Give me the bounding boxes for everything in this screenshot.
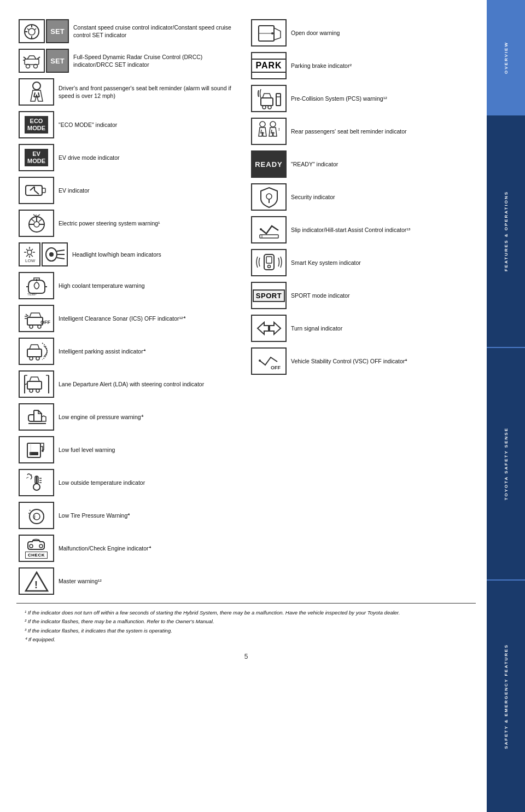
list-item: PARK Parking brake indicator² bbox=[249, 49, 476, 82]
svg-line-32 bbox=[57, 250, 65, 251]
indicator-text: High coolant temperature warning bbox=[59, 282, 145, 289]
indicator-text: Master warning¹² bbox=[59, 577, 102, 585]
indicator-text: Low Tire Pressure Warning⁴ bbox=[59, 512, 130, 519]
indicator-icon-eps: ! bbox=[19, 210, 54, 237]
indicator-icon-smart-key bbox=[251, 249, 287, 276]
svg-rect-85 bbox=[266, 257, 272, 263]
indicator-icon-ready: READY bbox=[251, 150, 287, 178]
svg-text:!: ! bbox=[34, 514, 36, 520]
page-container: SET Constant speed cruise control indica… bbox=[0, 0, 525, 812]
svg-rect-83 bbox=[260, 235, 278, 238]
sidebar-emergency-label: SAFETY & EMERGENCY FEATURES bbox=[504, 633, 509, 760]
indicator-text: Parking brake indicator² bbox=[291, 62, 352, 69]
list-item: ! Electric power steering system warning… bbox=[16, 207, 243, 240]
svg-line-24 bbox=[31, 249, 33, 251]
sidebar-safety: TOYOTA SAFETY SENSE bbox=[487, 347, 525, 579]
indicator-icon-oil bbox=[19, 403, 54, 431]
svg-point-53 bbox=[42, 450, 44, 452]
indicator-icon-open-door bbox=[251, 19, 287, 47]
svg-point-56 bbox=[33, 484, 40, 490]
footnote-3: ³ If the indicator flashes, it indicates… bbox=[25, 627, 468, 634]
left-column: SET Constant speed cruise control indica… bbox=[16, 16, 243, 598]
svg-text:!: ! bbox=[36, 214, 37, 218]
svg-text:!: ! bbox=[34, 579, 38, 590]
svg-marker-88 bbox=[270, 322, 281, 334]
list-item: Smart Key system indicator bbox=[249, 246, 476, 279]
footnote-4: ⁴ If equipped. bbox=[25, 636, 468, 643]
indicator-text: Slip indicator/Hill-start Assist Control… bbox=[291, 226, 410, 234]
svg-point-86 bbox=[267, 265, 270, 268]
svg-line-19 bbox=[31, 219, 34, 222]
svg-rect-73 bbox=[261, 98, 273, 106]
list-item: Turn signal indicator bbox=[249, 312, 476, 345]
sidebar-features-label: FEATURES & OPERATIONS bbox=[504, 180, 509, 282]
svg-point-78 bbox=[270, 121, 276, 127]
indicator-icon-slip bbox=[251, 216, 287, 243]
columns-wrapper: SET Constant speed cruise control indica… bbox=[16, 16, 476, 598]
indicator-icon-fuel bbox=[19, 436, 54, 463]
svg-text:LOW: LOW bbox=[25, 258, 36, 263]
list-item: Low engine oil pressure warning⁴ bbox=[16, 401, 243, 433]
list-item: Slip indicator/Hill-start Assist Control… bbox=[249, 213, 476, 246]
svg-line-25 bbox=[26, 249, 28, 251]
list-item: SPORT SPORT mode indicator bbox=[249, 279, 476, 312]
indicator-text: Rear passengers' seat belt reminder indi… bbox=[291, 127, 407, 135]
svg-text:OFF: OFF bbox=[271, 365, 281, 370]
indicator-icon-outside-temp bbox=[19, 469, 54, 496]
list-item: OFF Vehicle Stability Control (VSC) OFF … bbox=[249, 345, 476, 378]
indicator-icon-vsc: OFF bbox=[251, 347, 287, 375]
indicator-text: Constant speed cruise control indicator/… bbox=[73, 24, 241, 39]
list-item: Pre-Collision System (PCS) warning¹² bbox=[249, 82, 476, 115]
indicator-text: Low engine oil pressure warning⁴ bbox=[59, 413, 143, 421]
list-item: READY "READY" indicator bbox=[249, 148, 476, 181]
indicator-text: SPORT mode indicator bbox=[291, 292, 350, 299]
svg-point-77 bbox=[260, 121, 265, 127]
svg-line-20 bbox=[39, 219, 42, 222]
svg-point-31 bbox=[49, 252, 54, 257]
indicator-icon-seatbelt bbox=[19, 78, 54, 106]
list-item: EVMODE EV drive mode indicator bbox=[16, 141, 243, 174]
indicator-text: Driver's and front passenger's seat belt… bbox=[59, 84, 241, 100]
indicator-text: Turn signal indicator bbox=[291, 324, 342, 332]
footnotes-section: ¹ If the indicator does not turn off wit… bbox=[16, 603, 476, 650]
indicator-text: EV drive mode indicator bbox=[59, 154, 119, 161]
indicator-icon-turn-signal bbox=[251, 315, 287, 342]
sidebar-overview: OVERVIEW bbox=[487, 0, 525, 115]
list-item: Intelligent parking assist indicator⁴ bbox=[16, 335, 243, 368]
indicator-text: Vehicle Stability Control (VSC) OFF indi… bbox=[291, 357, 407, 365]
indicator-icon-ev-mode: EVMODE bbox=[19, 144, 54, 171]
indicator-icon-check-engine: CHECK bbox=[19, 535, 54, 562]
svg-rect-54 bbox=[30, 452, 38, 455]
svg-rect-76 bbox=[276, 94, 281, 106]
indicator-text: Low outside temperature indicator bbox=[59, 479, 145, 486]
list-item: EV indicator bbox=[16, 174, 243, 207]
svg-line-62 bbox=[26, 477, 28, 478]
sidebar-safety-label: TOYOTA SAFETY SENSE bbox=[504, 416, 509, 511]
list-item: TEMP High coolant temperature warning bbox=[16, 269, 243, 302]
indicator-icon-eco: ECOMODE bbox=[19, 111, 54, 138]
indicator-text: Intelligent Clearance Sonar (ICS) OFF in… bbox=[59, 315, 185, 322]
footnote-2: ² If the indicator flashes, there may be… bbox=[25, 618, 468, 625]
list-item: Low outside temperature indicator bbox=[16, 466, 243, 499]
indicator-icon-master-warning: ! bbox=[19, 567, 54, 595]
list-item: ! Master warning¹² bbox=[16, 565, 243, 598]
svg-point-15 bbox=[34, 222, 39, 227]
indicator-text: Open door warning bbox=[291, 29, 340, 37]
footnote-1: ¹ If the indicator does not turn off wit… bbox=[25, 609, 468, 616]
indicator-icon-ics: OFF bbox=[19, 305, 54, 332]
svg-point-80 bbox=[266, 194, 272, 199]
indicator-text: Full-Speed Dynamic Radar Cruise Control … bbox=[73, 53, 241, 68]
indicator-icon-parking-assist bbox=[19, 338, 54, 365]
indicator-icon-tire: ! bbox=[19, 502, 54, 529]
list-item: Security indicator bbox=[249, 181, 476, 213]
svg-rect-46 bbox=[27, 381, 42, 389]
indicator-icon-headlight: LOW bbox=[19, 242, 68, 266]
svg-marker-87 bbox=[258, 322, 269, 334]
indicator-icon-drcc: SET bbox=[19, 49, 69, 73]
svg-line-13 bbox=[34, 190, 39, 194]
indicator-icon-pcs bbox=[251, 85, 287, 112]
svg-text:TEMP: TEMP bbox=[27, 293, 37, 296]
svg-point-89 bbox=[259, 359, 261, 362]
indicator-text: "ECO MODE" indicator bbox=[59, 121, 117, 129]
indicator-icon-ev bbox=[19, 177, 54, 204]
